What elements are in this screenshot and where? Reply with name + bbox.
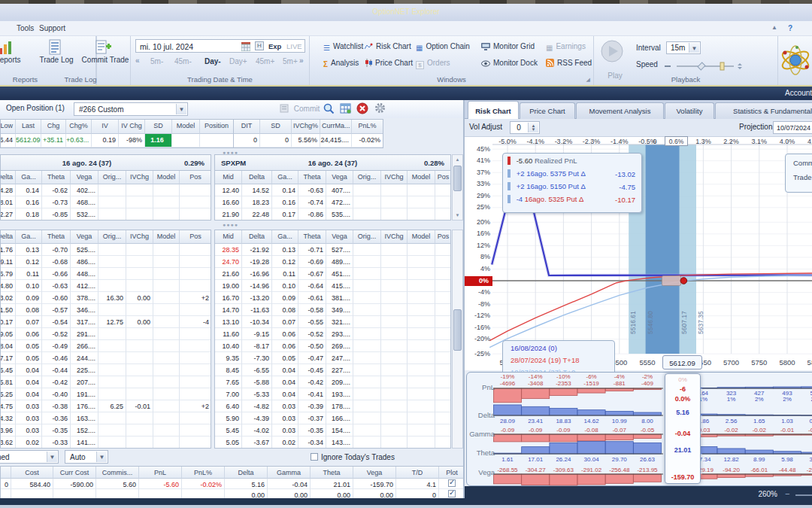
- cell[interactable]: [180, 352, 211, 364]
- scrollbar-chain[interactable]: [452, 230, 463, 449]
- cell[interactable]: 0.06: [272, 328, 298, 340]
- cell[interactable]: 0.10: [16, 280, 42, 292]
- column-header[interactable]: IVChg%: [292, 120, 320, 134]
- cell[interactable]: [180, 304, 211, 316]
- cell[interactable]: 0.04: [16, 376, 42, 388]
- cell[interactable]: [126, 304, 153, 316]
- cell[interactable]: 0.03: [16, 400, 42, 412]
- cell[interactable]: [126, 268, 153, 280]
- cell[interactable]: [98, 364, 126, 376]
- cell[interactable]: [180, 424, 211, 437]
- cell[interactable]: -5.60: [139, 479, 182, 489]
- cell[interactable]: [353, 412, 381, 424]
- cell[interactable]: 0.04: [16, 364, 42, 376]
- cell[interactable]: 12.75: [98, 316, 126, 328]
- spinner-icons[interactable]: ▲▼: [528, 123, 538, 132]
- cell[interactable]: [353, 208, 381, 221]
- monitor-grid-toggle[interactable]: Monitor Grid: [481, 42, 535, 50]
- cell[interactable]: [180, 244, 211, 256]
- calendar-icon[interactable]: [241, 42, 250, 51]
- cell[interactable]: +35.11: [41, 134, 66, 148]
- vol-adjust-stepper[interactable]: 0 ▲▼: [510, 121, 540, 134]
- cell[interactable]: 143....: [326, 437, 353, 449]
- analysis-toggle[interactable]: ΣAnalysis: [323, 59, 359, 68]
- cell[interactable]: 21.01: [311, 479, 353, 489]
- cell[interactable]: -8.17: [242, 340, 272, 352]
- column-header[interactable]: IV: [92, 120, 119, 134]
- cell[interactable]: [381, 196, 408, 208]
- grid-row[interactable]: 5.45-4.020.03-0.35154....: [215, 424, 450, 437]
- column-header[interactable]: Pos: [435, 230, 451, 244]
- zoom-slider[interactable]: [795, 494, 812, 496]
- cell[interactable]: 5.90: [215, 412, 242, 424]
- column-header[interactable]: Theta: [311, 467, 353, 479]
- grid-row[interactable]: 5.05-3.670.02-0.34143....: [215, 437, 450, 449]
- cell[interactable]: 535....: [326, 208, 353, 221]
- cell[interactable]: 141....: [71, 437, 98, 449]
- column-header[interactable]: Vega: [71, 171, 98, 184]
- cell[interactable]: [180, 280, 211, 292]
- cell[interactable]: -0.63: [298, 184, 326, 196]
- cell[interactable]: -0.33: [42, 437, 71, 449]
- cell[interactable]: [353, 304, 381, 316]
- cell[interactable]: [353, 244, 381, 256]
- step-day-minus[interactable]: Day-: [205, 57, 221, 65]
- cell[interactable]: -0.55: [298, 316, 326, 328]
- cell[interactable]: [180, 388, 211, 400]
- cell[interactable]: 0.05: [16, 352, 42, 364]
- cell[interactable]: 0: [260, 134, 292, 148]
- grid-row[interactable]: -16.790.11-0.66448....: [1, 268, 211, 280]
- cell[interactable]: [353, 437, 381, 449]
- cell[interactable]: 0.18: [16, 208, 42, 221]
- cell[interactable]: 0.03: [272, 400, 298, 412]
- cell[interactable]: -98%: [119, 134, 145, 148]
- live-label[interactable]: LIVE: [286, 42, 302, 50]
- cell[interactable]: [180, 364, 211, 376]
- cell[interactable]: [98, 340, 126, 352]
- cell[interactable]: [180, 268, 211, 280]
- cell[interactable]: [435, 340, 451, 352]
- cell[interactable]: [381, 364, 408, 376]
- tab-statistics-fundamentals[interactable]: Statistics & Fundamentals: [715, 102, 812, 119]
- cell[interactable]: 16.30: [98, 292, 126, 304]
- hours-icon[interactable]: H: [255, 41, 264, 50]
- grid-row[interactable]: -21.760.13-0.70525....: [1, 244, 211, 256]
- commit-trade-button[interactable]: Commit Trade: [80, 39, 131, 64]
- grid-row[interactable]: 14.70-11.630.08-0.58349....: [215, 304, 450, 316]
- cell[interactable]: -0.36: [42, 412, 71, 424]
- cell[interactable]: -14.96: [242, 280, 272, 292]
- grid-row[interactable]: -3.620.02-0.33141....: [1, 437, 211, 449]
- cell[interactable]: [98, 304, 126, 316]
- interval-select[interactable]: 15m ▼: [666, 41, 701, 54]
- cell[interactable]: [435, 376, 451, 388]
- column-header[interactable]: SD: [260, 120, 292, 134]
- cell[interactable]: -0.69: [298, 256, 326, 268]
- commit-button[interactable]: Commit: [280, 104, 320, 113]
- cell[interactable]: 24.70: [215, 256, 242, 268]
- grid-row[interactable]: 21.60-16.960.11-0.67451....: [215, 268, 450, 280]
- cell[interactable]: [353, 424, 381, 437]
- cell[interactable]: 0.04: [272, 376, 298, 388]
- cell[interactable]: [435, 437, 451, 449]
- grid-row[interactable]: -7.170.05-0.46244....: [1, 352, 211, 364]
- cell[interactable]: -0.44: [42, 364, 71, 376]
- cell[interactable]: 247....: [326, 352, 353, 364]
- column-header[interactable]: PnL%: [352, 120, 383, 134]
- cell[interactable]: [435, 412, 451, 424]
- cell[interactable]: [435, 244, 451, 256]
- cell[interactable]: [353, 196, 381, 208]
- cell[interactable]: [408, 340, 435, 352]
- cell[interactable]: [153, 184, 180, 196]
- cell[interactable]: -0.68: [42, 256, 71, 268]
- cell[interactable]: 0.16: [16, 196, 42, 208]
- cell[interactable]: 28.35: [215, 244, 242, 256]
- cell[interactable]: 349....: [326, 304, 353, 316]
- cell[interactable]: 207....: [71, 376, 98, 388]
- step-5m-minus[interactable]: 5m-: [150, 57, 163, 65]
- cell[interactable]: -19.28: [242, 256, 272, 268]
- cell[interactable]: 7.00: [215, 388, 242, 400]
- grid-row[interactable]: 7.00-5.330.04-0.41193....: [215, 388, 450, 400]
- cell[interactable]: 468....: [71, 196, 98, 208]
- grid-row[interactable]: 21.9022.480.17-0.86535....: [215, 208, 450, 221]
- column-header[interactable]: Ga...: [272, 171, 298, 184]
